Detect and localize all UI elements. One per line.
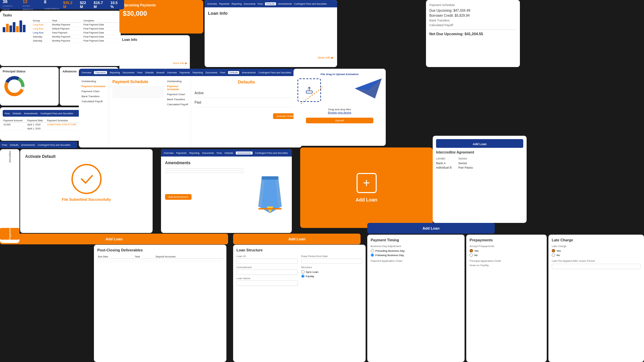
ps2-nav-fees[interactable]: Fees	[220, 71, 225, 74]
accept-no-label: No	[474, 254, 478, 257]
li-nav-contingent[interactable]: Contingent Fees and Securities	[294, 3, 327, 5]
ls-sync-loan-radio[interactable]	[301, 270, 305, 274]
intercreditor-add-loan-bar[interactable]: Add Loan	[436, 139, 523, 148]
stat-loans-label: LOANS IN CYCLE	[3, 5, 12, 10]
ps2-nav-defaults[interactable]: Defaults	[228, 71, 239, 74]
principal-status-card: Principal Status	[0, 67, 59, 106]
business-day-label: Business Day Adjustment	[371, 245, 461, 248]
am-nav-defaults[interactable]: Defaults	[225, 152, 233, 154]
loan-info-more[interactable]: More Info ▶	[122, 62, 187, 65]
amendments-content: Amendments Add Amendment	[161, 157, 248, 233]
am-nav-amendments[interactable]: Amendments	[236, 152, 252, 155]
li-nav-payments[interactable]: Payments	[219, 3, 229, 5]
ps-nav-overview[interactable]: Overview	[82, 71, 91, 74]
ps2-nav-reporting[interactable]: Reporting	[193, 71, 203, 74]
principal-order-label: Principal Application Order	[470, 259, 543, 262]
am-nav-payments[interactable]: Payments	[176, 152, 186, 154]
ps-nav-documents[interactable]: Documents	[123, 71, 135, 74]
menu-calculated-payoff[interactable]: Calculated Payoff	[82, 99, 106, 104]
pencil-illustration	[248, 157, 292, 233]
stat-active-defaults: 12 ACTIVE DEFAULTS	[22, 0, 40, 11]
payment-timing2-title: Payment Timing	[371, 238, 461, 242]
stat-loans-value: 36	[3, 0, 7, 4]
prepayments-card: Prepayments Accept Prepayments Yes No Pr…	[466, 235, 547, 362]
ls-facility-radio[interactable]	[301, 275, 305, 278]
late-fee-label: Late Fee Applied After Grace Period	[552, 259, 641, 262]
am-nav-overview[interactable]: Overview	[164, 152, 173, 154]
li-nav-fees[interactable]: Fees	[258, 3, 263, 5]
ps2-menu-calculated-payoff[interactable]: Calculated Payoff	[167, 102, 188, 107]
menu-payment-chart[interactable]: Payment Chart	[82, 89, 106, 94]
menu-payment-schedule[interactable]: Payment Schedule	[82, 84, 106, 89]
li-nav-reporting[interactable]: Reporting	[231, 3, 241, 5]
paper-plane-area	[298, 78, 382, 105]
ps2-menu-payment-schedule[interactable]: Payment Schedule	[167, 84, 188, 92]
add-loan-bar-bottom[interactable]: Add Loan	[0, 234, 228, 244]
ls-loan-name-label: Loan Name	[236, 277, 298, 280]
upload-button[interactable]: Upload!	[306, 118, 373, 123]
add-amendment-button[interactable]: Add Amendment	[165, 194, 192, 200]
tasks-col-complete: Complete	[83, 19, 118, 23]
loan-info-main-card: Overview Payments Reporting Documents Fe…	[205, 0, 337, 67]
li-nav-defaults[interactable]: Defaults	[265, 2, 276, 5]
ps2-menu-outstanding[interactable]: Outstanding	[167, 79, 188, 84]
preceding-radio[interactable]	[371, 249, 374, 252]
nav-fees[interactable]: Fees	[5, 112, 10, 115]
add-loan-card-large[interactable]: + Add Loan	[300, 147, 433, 228]
following-radio[interactable]	[371, 253, 374, 257]
amendments-title: Amendments	[165, 161, 244, 165]
ls-draw-period-label: Draw Period End Date	[301, 255, 363, 258]
lc-yes-radio[interactable]	[552, 249, 555, 252]
nav-amendments2[interactable]: Amendments	[21, 144, 35, 146]
col-deposit-accounts: Deposit Accounts	[155, 255, 223, 259]
ps2-menu-payment-chart[interactable]: Payment Chart	[167, 92, 188, 97]
nav-fees2[interactable]: Fees	[2, 144, 7, 146]
ps-nav-fees[interactable]: Fees	[137, 71, 143, 74]
am-nav-reporting[interactable]: Reporting	[189, 152, 199, 154]
nav-defaults2[interactable]: Defaults	[10, 144, 19, 146]
upcoming-payments-card: Upcoming Payments $30,000	[119, 0, 203, 34]
right-panel-net-due: Net Due Upcoming: $41,204.55	[429, 29, 517, 36]
senior-value1: Senior	[459, 162, 473, 165]
intercreditor-title: Intercreditor Agreement	[436, 150, 523, 154]
browse-text[interactable]: Browse your device	[298, 111, 382, 114]
lender-col-label: Lender	[436, 157, 452, 160]
ps-nav-defaults[interactable]: Defaults	[145, 71, 154, 74]
add-loan-bar2[interactable]: Add Loan	[233, 234, 361, 244]
senior-value2: Pari Passu	[459, 166, 473, 169]
am-nav-documents[interactable]: Documents	[202, 152, 214, 154]
ps2-nav-documents[interactable]: Documents	[206, 71, 217, 74]
lc-yes-label: Yes	[556, 249, 561, 252]
ps2-nav-contingent[interactable]: Contingent Fees and Securities	[259, 71, 291, 74]
ps2-nav-amendments[interactable]: Amendments	[242, 71, 256, 74]
menu-bank-transfers[interactable]: Bank Transfers	[82, 94, 106, 99]
prepayments-title: Prepayments	[470, 238, 543, 242]
add-loan-bar-label: Add Loan	[106, 237, 123, 241]
ps-nav-payments[interactable]: Payments	[94, 71, 107, 74]
menu-outstanding[interactable]: Outstanding	[82, 79, 106, 84]
lc-no-radio[interactable]	[552, 253, 555, 257]
nav-amendments[interactable]: Amendments	[24, 112, 38, 115]
li-nav-documents[interactable]: Documents	[244, 3, 256, 5]
nav-contingent2[interactable]: Contingent Fees and Securities	[38, 144, 71, 146]
ps2-menu-bank-transfers[interactable]: Bank Transfers	[167, 97, 188, 102]
nav-contingent[interactable]: Contingent Fees and Securities	[41, 112, 73, 115]
paper-plane-icon	[355, 78, 382, 99]
li-nav-overview[interactable]: Overview	[207, 3, 217, 5]
accept-no-radio[interactable]	[470, 253, 473, 257]
add-loan-bar3[interactable]: Add Loan	[367, 223, 495, 234]
right-payment-panel: Payment Schedule Due Upcoming: $47,034.4…	[426, 0, 520, 67]
following-label: Following Business Day	[375, 254, 404, 257]
ps2-nav-overview[interactable]: Overview	[167, 71, 177, 74]
ps2-nav-payments[interactable]: Payments	[179, 71, 190, 74]
accept-yes-radio[interactable]	[470, 249, 473, 252]
defaults-active: Active	[195, 88, 299, 98]
table-row	[97, 260, 223, 262]
tasks-title: Tasks	[3, 13, 118, 17]
nav-defaults[interactable]: Defaults	[13, 112, 21, 115]
li-nav-amendments[interactable]: Amendments	[278, 3, 292, 5]
loan-info-more-info[interactable]: More Info ▶	[208, 56, 334, 59]
am-nav-contingent[interactable]: Contingent Fees and Securities	[255, 152, 288, 154]
am-nav-fees[interactable]: Fees	[217, 152, 222, 154]
ps-nav-reporting[interactable]: Reporting	[110, 71, 120, 74]
